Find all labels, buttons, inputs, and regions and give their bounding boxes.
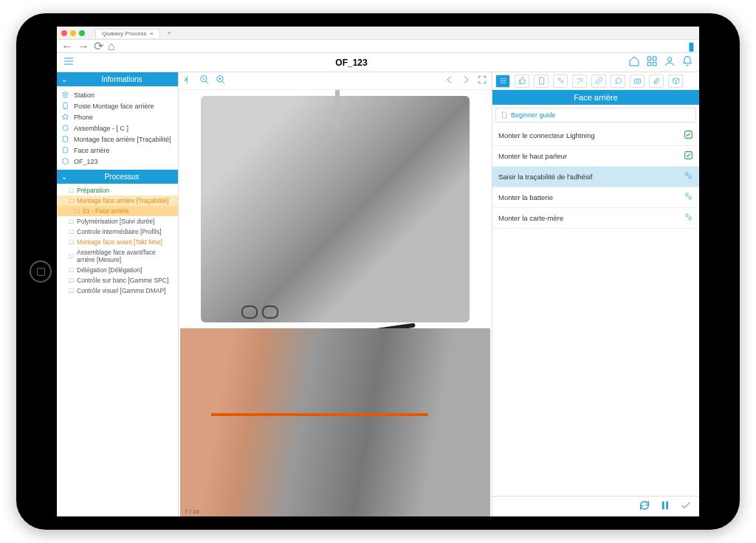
confirm-button[interactable] [680, 499, 692, 514]
new-tab-button[interactable]: + [168, 30, 171, 37]
rtab-steps-icon[interactable] [553, 75, 568, 88]
nav-back-icon[interactable]: ← [61, 40, 73, 53]
chevron-down-icon: ⌄ [61, 173, 67, 181]
right-panel: Face arrière Beginner guide Monter le co… [492, 72, 699, 516]
rtab-attach-icon[interactable] [649, 75, 664, 88]
nav-home-icon[interactable]: ⌂ [108, 40, 115, 53]
bell-icon[interactable] [681, 55, 693, 70]
process-item[interactable]: 01 - Face arrière [57, 206, 178, 216]
pause-button[interactable] [659, 499, 671, 514]
process-label: Délégation [Délégation] [77, 266, 142, 274]
process-item[interactable]: Préparation [57, 185, 178, 196]
svg-rect-4 [63, 136, 67, 142]
sidebar: ⌄Informations StationPoste Montage face … [57, 72, 179, 516]
right-footer [492, 496, 699, 516]
step-item[interactable]: Monter le connecteur Lightning [492, 125, 699, 146]
image-viewer[interactable]: 7 / 16 [179, 90, 492, 516]
rtab-thumbs-up-icon[interactable] [515, 75, 529, 88]
steps-list: Monter le connecteur LightningMonter le … [492, 125, 699, 229]
info-label: Phone [74, 114, 93, 121]
process-item[interactable]: Polymérisation [Suivi durée] [57, 216, 178, 226]
instruction-image-bottom [180, 328, 490, 516]
info-item[interactable]: Face arrière [57, 145, 178, 156]
app-topbar: OF_123 [57, 53, 699, 72]
info-label: Face arrière [74, 147, 110, 154]
home-icon[interactable] [628, 55, 640, 70]
right-panel-title: Face arrière [492, 90, 699, 105]
process-item[interactable]: Contrôle visuel [Gamme DMAP] [57, 286, 178, 296]
info-item[interactable]: OF_123 [57, 156, 178, 167]
rtab-list-icon[interactable] [495, 75, 510, 88]
rtab-tools-icon[interactable] [572, 75, 587, 88]
sidebar-header-informations[interactable]: ⌄Informations [57, 72, 178, 86]
nav-reload-icon[interactable]: ⟳ [94, 39, 103, 53]
browser-toolbar: ← → ⟳ ⌂ ▮ [57, 40, 699, 53]
rtab-camera-icon[interactable] [630, 75, 645, 88]
process-item[interactable]: Montage face arrière [Traçabilité] [57, 196, 178, 206]
next-icon[interactable] [461, 75, 471, 88]
process-item[interactable]: Délégation [Délégation] [57, 265, 178, 275]
info-label: Montage face arrière [Traçabilité] [74, 136, 171, 143]
window-min-dot[interactable] [70, 30, 76, 36]
user-icon[interactable] [664, 55, 676, 70]
step-item[interactable]: Monter la batterie [492, 187, 699, 208]
process-item[interactable]: Montage face avant [Takt time] [57, 237, 178, 247]
grid-icon[interactable] [646, 55, 658, 70]
process-item[interactable]: Contrôle sur banc [Gamme SPC] [57, 275, 178, 286]
info-item[interactable]: Poste Montage face arrière [57, 100, 178, 111]
window-close-dot[interactable] [61, 30, 67, 36]
step-label: Monter le connecteur Lightning [498, 131, 594, 139]
step-label: Monter la carte-mère [498, 214, 563, 222]
menu-icon[interactable] [63, 55, 75, 70]
footsteps-icon [684, 212, 693, 224]
process-item[interactable]: Controle intermédiaire [Profils] [57, 226, 178, 237]
rtab-box-icon[interactable] [668, 75, 683, 88]
sidebar-header-processus[interactable]: ⌄Processus [57, 170, 178, 184]
process-label: Contrôle sur banc [Gamme SPC] [77, 277, 168, 284]
panel-title: Informations [70, 75, 173, 83]
process-label: Polymérisation [Suivi durée] [77, 218, 154, 225]
process-label: Contrôle visuel [Gamme DMAP] [77, 287, 165, 294]
process-label: Préparation [77, 187, 109, 194]
info-item[interactable]: Assemblage - [ C ] [57, 122, 178, 134]
screen: Qualaxy Process × + ← → ⟳ ⌂ ▮ OF_123 ⌄In… [57, 27, 699, 516]
main-area: ⌄Informations StationPoste Montage face … [57, 72, 699, 516]
guide-label: Beginner guide [511, 111, 556, 119]
instruction-image-top [201, 96, 470, 322]
zoom-in-icon[interactable] [216, 75, 226, 88]
step-item[interactable]: Saisir la traçabilité de l'adhésif [492, 167, 699, 187]
nav-forward-icon[interactable]: → [78, 40, 89, 53]
center-panel: 7 / 16 [179, 72, 492, 516]
info-item[interactable]: Montage face arrière [Traçabilité] [57, 134, 178, 145]
tablet-frame: Qualaxy Process × + ← → ⟳ ⌂ ▮ OF_123 ⌄In… [16, 13, 740, 530]
collapse-icon[interactable] [183, 75, 193, 88]
rtab-link-icon[interactable] [591, 75, 606, 88]
info-label: OF_123 [74, 158, 98, 165]
browser-tab[interactable]: Qualaxy Process × [95, 29, 160, 38]
svg-rect-13 [666, 501, 668, 509]
zoom-out-icon[interactable] [199, 75, 210, 88]
beginner-guide-link[interactable]: Beginner guide [495, 108, 696, 122]
step-label: Monter le haut parleur [498, 152, 567, 160]
window-max-dot[interactable] [79, 30, 85, 36]
center-toolbar [179, 72, 492, 90]
rtab-doc-icon[interactable] [534, 75, 549, 88]
step-item[interactable]: Monter la carte-mère [492, 208, 699, 229]
info-label: Assemblage - [ C ] [74, 125, 128, 132]
rtab-chat-icon[interactable] [611, 75, 625, 88]
right-toolbar [492, 72, 699, 90]
info-item[interactable]: Phone [57, 111, 178, 122]
info-item[interactable]: Station [57, 89, 178, 100]
tablet-home-button[interactable] [30, 260, 52, 283]
browser-tab-bar: Qualaxy Process × + [57, 27, 699, 40]
fullscreen-icon[interactable] [477, 75, 487, 88]
process-item[interactable]: Assemblage face avant/face arrière [Mesu… [57, 247, 178, 265]
process-label: Controle intermédiaire [Profils] [77, 228, 161, 235]
step-label: Monter la batterie [498, 193, 553, 201]
prev-icon[interactable] [444, 75, 455, 88]
footsteps-icon [684, 171, 693, 182]
process-label: Assemblage face avant/face arrière [Mesu… [77, 249, 173, 263]
step-item[interactable]: Monter le haut parleur [492, 146, 699, 167]
refresh-button[interactable] [639, 499, 650, 514]
bookmark-icon[interactable]: ▮ [688, 39, 695, 53]
